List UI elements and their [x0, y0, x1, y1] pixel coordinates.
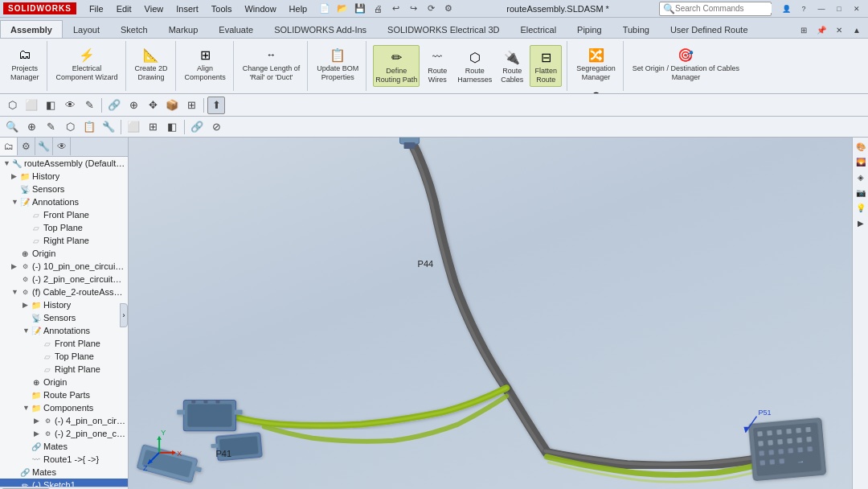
- render-icon[interactable]: ▶: [854, 216, 868, 230]
- define-routing-path-btn[interactable]: ✏ DefineRouting Path: [373, 45, 420, 87]
- route-cables-btn[interactable]: 🔌 RouteCables: [496, 45, 528, 87]
- tree-item-origin[interactable]: ⊕ Origin: [0, 247, 128, 260]
- tab-solidworks-electrical-3d[interactable]: SOLIDWORKS Electrical 3D: [377, 20, 510, 38]
- tree-item-mates[interactable]: 🔗 Mates: [0, 466, 128, 479]
- tree-item-4pin[interactable]: ▶ ⚙ (-) 4_pin_on_circuit_per_pi...: [0, 414, 128, 427]
- close-btn[interactable]: ✕: [849, 3, 865, 14]
- collapse-panel-btn[interactable]: ›: [120, 303, 128, 327]
- tab-evaluate[interactable]: Evaluate: [208, 20, 264, 38]
- search-commands[interactable]: 🔍: [659, 2, 772, 16]
- tab-layout[interactable]: Layout: [63, 20, 110, 38]
- route-toolbar-5[interactable]: 📋: [80, 118, 98, 136]
- tab-assembly[interactable]: Assembly: [0, 20, 63, 38]
- route-toolbar-1[interactable]: 🔍: [3, 118, 21, 136]
- tab-piping[interactable]: Piping: [567, 20, 612, 38]
- menu-tools[interactable]: Tools: [205, 2, 239, 15]
- tree-item-cable-history[interactable]: ▶ 📁 History: [0, 298, 128, 311]
- search-input[interactable]: [675, 4, 772, 13]
- tree-item-cable-sensors[interactable]: 📡 Sensors: [0, 311, 128, 324]
- route-toolbar-11[interactable]: ⊘: [207, 118, 225, 136]
- projects-manager-btn[interactable]: 🗂 ProjectsManager: [8, 43, 42, 84]
- redo-btn[interactable]: ↪: [405, 1, 421, 17]
- tree-item-sensors[interactable]: 📡 Sensors: [0, 183, 128, 195]
- tree-item-cable-top-plane[interactable]: ▱ Top Plane: [0, 350, 128, 363]
- new-btn[interactable]: 📄: [317, 1, 333, 17]
- view-edit-btn[interactable]: ✎: [80, 97, 98, 114]
- electrical-component-wizard-btn[interactable]: ⚡ ElectricalComponent Wizard: [54, 43, 121, 84]
- tab-solidworks-addins[interactable]: SOLIDWORKS Add-Ins: [264, 20, 377, 38]
- appearance-icon[interactable]: 🎨: [854, 139, 868, 154]
- create-2d-drawing-btn[interactable]: 📐 Create 2DDrawing: [133, 43, 170, 84]
- ribbon-expand-btn[interactable]: ⊞: [796, 22, 812, 38]
- tab-display-manager[interactable]: 👁: [53, 138, 71, 155]
- move-btn[interactable]: ✥: [144, 97, 162, 114]
- menu-insert[interactable]: Insert: [170, 2, 205, 15]
- route-toolbar-4[interactable]: ⬡: [61, 118, 79, 136]
- set-origin-btn[interactable]: 🎯 Set Origin / Destination of CablesMana…: [630, 43, 742, 84]
- align-components-btn[interactable]: ⊞ AlignComponents: [182, 43, 228, 84]
- cursor-btn[interactable]: ⬆: [207, 97, 225, 114]
- route-toolbar-9[interactable]: ◧: [163, 118, 181, 136]
- options-btn[interactable]: ⚙: [440, 1, 457, 17]
- tab-user-defined-route[interactable]: User Defined Route: [660, 20, 759, 38]
- tab-config-manager[interactable]: 🔧: [35, 138, 53, 155]
- view-hide-show-btn[interactable]: 👁: [61, 97, 79, 114]
- menu-file[interactable]: File: [83, 2, 110, 15]
- assem-btn[interactable]: 📦: [163, 97, 181, 114]
- smart-mates-btn[interactable]: ⊕: [125, 97, 142, 114]
- tree-item-cable-mates[interactable]: 🔗 Mates: [0, 440, 128, 453]
- route-toolbar-7[interactable]: ⬜: [125, 118, 142, 136]
- ribbon-float-btn[interactable]: ▲: [849, 22, 865, 38]
- flatten-route-btn[interactable]: ⊟ FlattenRoute: [530, 45, 562, 87]
- camera-icon[interactable]: 📷: [854, 185, 868, 199]
- tab-tubing[interactable]: Tubing: [612, 20, 660, 38]
- view-orient-btn[interactable]: ⬡: [3, 97, 21, 114]
- rebuild-btn[interactable]: ⟳: [423, 1, 439, 17]
- save-btn[interactable]: 💾: [352, 1, 368, 17]
- route-harnesses-btn[interactable]: ⬡ RouteHarnesses: [455, 45, 494, 87]
- open-btn[interactable]: 📂: [334, 1, 350, 17]
- route-toolbar-3[interactable]: ✎: [42, 118, 59, 136]
- segregation-manager-btn[interactable]: 🔀 SegregationManager: [574, 43, 618, 84]
- menu-window[interactable]: Window: [238, 2, 282, 15]
- tree-item-annotations[interactable]: ▼ 📝 Annotations: [0, 195, 128, 208]
- menu-view[interactable]: View: [138, 2, 170, 15]
- linear-pattern-btn[interactable]: ⊞: [182, 97, 200, 114]
- tree-item-components[interactable]: ▼ 📁 Components: [0, 401, 128, 414]
- update-bom-btn[interactable]: 📋 Update BOMProperties: [314, 43, 361, 84]
- segregation-btn[interactable]: ⊘ Segregation: [574, 84, 618, 93]
- tree-item-route1[interactable]: 〰 Route1 ->{ ->}: [0, 453, 128, 466]
- print-btn[interactable]: 🖨: [370, 1, 386, 17]
- tab-electrical[interactable]: Electrical: [510, 20, 567, 38]
- view-display-btn[interactable]: ◧: [42, 97, 59, 114]
- lights-icon[interactable]: 💡: [854, 200, 868, 215]
- mate-btn[interactable]: 🔗: [105, 97, 123, 114]
- tab-property-manager[interactable]: ⚙: [18, 138, 35, 155]
- menu-help[interactable]: Help: [283, 2, 314, 15]
- undo-btn[interactable]: ↩: [387, 1, 403, 17]
- ribbon-pin-btn[interactable]: 📌: [813, 22, 829, 38]
- tree-item-cable2[interactable]: ▼ ⚙ (f) Cable_2-routeAssembly<1> (D: [0, 286, 128, 298]
- tree-item-cable-front-plane[interactable]: ▱ Front Plane: [0, 337, 128, 350]
- route-toolbar-2[interactable]: ⊕: [23, 118, 40, 136]
- account-icon[interactable]: 👤: [778, 3, 794, 14]
- help-icon[interactable]: ?: [796, 3, 812, 14]
- tree-root[interactable]: ▼ 🔧 routeAssembly (Default<Display Sta: [0, 157, 128, 170]
- tree-item-front-plane[interactable]: ▱ Front Plane: [0, 208, 128, 221]
- tree-item-history[interactable]: ▶ 📁 History: [0, 170, 128, 183]
- tree-item-cable-annotations[interactable]: ▼ 📝 Annotations: [0, 324, 128, 337]
- minimize-btn[interactable]: —: [813, 3, 829, 14]
- tree-item-route-parts[interactable]: 📁 Route Parts: [0, 388, 128, 401]
- tree-item-2pin[interactable]: ⚙ (-) 2_pin_one_circuit<1> (two) <<: [0, 273, 128, 286]
- maximize-btn[interactable]: □: [831, 3, 847, 14]
- tree-item-right-plane[interactable]: ▱ Right Plane: [0, 234, 128, 247]
- route-toolbar-6[interactable]: 🔧: [100, 118, 117, 136]
- tree-item-cable-origin[interactable]: ⊕ Origin: [0, 376, 128, 388]
- route-toolbar-8[interactable]: ⊞: [144, 118, 162, 136]
- route-toolbar-10[interactable]: 🔗: [188, 118, 206, 136]
- change-length-btn[interactable]: ↔ Change Length of'Rail' or 'Duct': [240, 43, 303, 84]
- tab-markup[interactable]: Markup: [158, 20, 209, 38]
- decals-icon[interactable]: ◈: [854, 170, 868, 184]
- tree-item-cable-right-plane[interactable]: ▱ Right Plane: [0, 363, 128, 376]
- tab-feature-manager[interactable]: 🗂: [0, 138, 18, 155]
